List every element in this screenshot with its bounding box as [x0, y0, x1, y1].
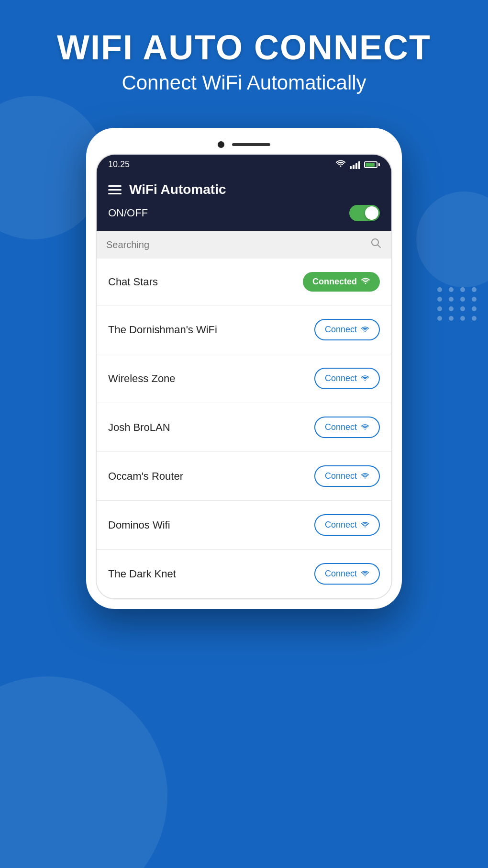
status-bar: 10.25 — [97, 155, 391, 174]
connect-button-1[interactable]: Connect — [314, 319, 380, 340]
connect-button-5[interactable]: Connect — [314, 514, 380, 536]
wifi-network-name-2: Wireless Zone — [108, 372, 176, 385]
svg-point-9 — [365, 575, 366, 576]
hamburger-line-3 — [108, 193, 122, 194]
wifi-connect-icon-3 — [361, 422, 369, 432]
hero-section: WIFI AUTO CONNECT Connect WiFi Automatic… — [0, 0, 488, 109]
svg-point-6 — [365, 428, 366, 429]
wifi-network-name-1: The Dornishman's WiFi — [108, 324, 217, 336]
toggle-knob — [365, 206, 378, 220]
connect-label-4: Connect — [325, 471, 357, 481]
connect-label-2: Connect — [325, 373, 357, 383]
status-icons — [335, 159, 380, 169]
phone-screen: 10.25 — [96, 154, 392, 599]
svg-point-4 — [365, 331, 366, 332]
connect-label-5: Connect — [325, 520, 357, 530]
phone-camera — [218, 141, 224, 148]
phone-body: 10.25 — [86, 128, 402, 609]
wifi-status-icon — [335, 159, 346, 169]
hamburger-menu-button[interactable] — [108, 185, 122, 194]
wifi-network-name-0: Chat Stars — [108, 276, 158, 288]
main-title: WIFI AUTO CONNECT — [19, 29, 469, 67]
search-icon — [370, 237, 382, 252]
app-header: WiFi Automatic ON/OFF — [97, 174, 391, 231]
wifi-network-name-5: Dominos Wifi — [108, 519, 170, 531]
svg-point-5 — [365, 380, 366, 381]
connect-button-2[interactable]: Connect — [314, 368, 380, 389]
connect-button-3[interactable]: Connect — [314, 417, 380, 438]
on-off-toggle[interactable] — [349, 205, 380, 221]
status-time: 10.25 — [108, 159, 130, 169]
svg-point-7 — [365, 477, 366, 478]
phone-notch — [96, 137, 392, 154]
wifi-network-item-0: Chat Stars Connected — [97, 259, 391, 305]
wifi-network-name-3: Josh BroLAN — [108, 421, 170, 434]
battery-icon — [364, 161, 380, 168]
search-input[interactable] — [106, 239, 366, 250]
svg-point-8 — [365, 526, 366, 527]
wifi-network-item-5: Dominos Wifi Connect — [97, 501, 391, 550]
hamburger-line-1 — [108, 185, 122, 187]
wifi-network-item-1: The Dornishman's WiFi Connect — [97, 305, 391, 354]
sub-title: Connect WiFi Automatically — [19, 71, 469, 94]
wifi-connect-icon-2 — [361, 373, 369, 383]
wifi-connect-icon-6 — [361, 569, 369, 579]
wifi-network-item-2: Wireless Zone Connect — [97, 354, 391, 403]
wifi-connected-icon-0 — [361, 277, 370, 287]
wifi-network-item-4: Occam's Router Connect — [97, 452, 391, 501]
connect-label-6: Connect — [325, 569, 357, 579]
wifi-network-item-3: Josh BroLAN Connect — [97, 403, 391, 452]
wifi-network-item-6: The Dark Knet Connect — [97, 550, 391, 598]
on-off-label: ON/OFF — [108, 207, 148, 219]
svg-line-2 — [378, 245, 381, 248]
svg-point-0 — [340, 166, 342, 167]
connect-label-1: Connect — [325, 325, 357, 335]
wifi-connect-icon-1 — [361, 325, 369, 335]
phone-mockup: 10.25 — [0, 128, 488, 609]
connect-button-4[interactable]: Connect — [314, 465, 380, 487]
connected-button-0[interactable]: Connected — [303, 272, 380, 292]
phone-speaker — [232, 143, 270, 146]
wifi-network-name-4: Occam's Router — [108, 470, 183, 483]
connect-button-6[interactable]: Connect — [314, 563, 380, 585]
signal-bars-icon — [350, 160, 360, 169]
connect-label-3: Connect — [325, 422, 357, 432]
svg-point-3 — [365, 283, 366, 284]
bg-decoration-1 — [0, 676, 167, 868]
wifi-connect-icon-4 — [361, 471, 369, 481]
hamburger-line-2 — [108, 189, 122, 191]
search-bar — [97, 231, 391, 259]
wifi-connect-icon-5 — [361, 520, 369, 530]
wifi-network-list: Chat Stars Connected — [97, 259, 391, 598]
wifi-network-name-6: The Dark Knet — [108, 568, 176, 580]
connected-label-0: Connected — [312, 277, 357, 287]
app-title: WiFi Automatic — [129, 182, 226, 197]
